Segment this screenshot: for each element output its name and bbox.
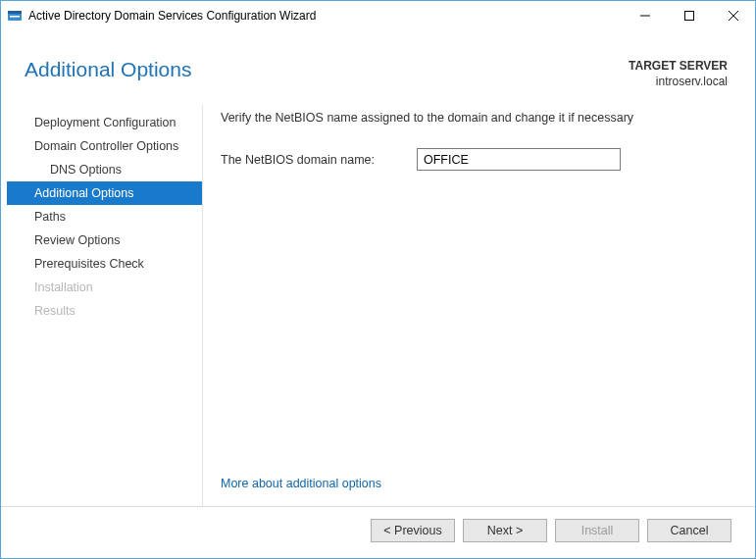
previous-button[interactable]: < Previous (371, 519, 455, 542)
close-button[interactable] (711, 1, 755, 30)
install-button: Install (555, 519, 639, 542)
footer: < Previous Next > Install Cancel (1, 506, 755, 558)
page-title: Additional Options (25, 58, 191, 81)
body: Deployment Configuration Domain Controll… (1, 99, 755, 506)
header: Additional Options TARGET SERVER introse… (1, 30, 755, 99)
sidebar-item-prerequisites-check[interactable]: Prerequisites Check (7, 252, 202, 276)
wizard-window: Active Directory Domain Services Configu… (0, 0, 756, 559)
sidebar-item-domain-controller-options[interactable]: Domain Controller Options (7, 134, 202, 158)
window-controls (623, 1, 755, 30)
main-content: Verify the NetBIOS name assigned to the … (203, 105, 743, 506)
minimize-button[interactable] (623, 1, 667, 30)
more-about-link[interactable]: More about additional options (221, 467, 733, 506)
sidebar-item-dns-options[interactable]: DNS Options (7, 158, 202, 181)
target-server-box: TARGET SERVER introserv.local (629, 58, 728, 89)
spacer (221, 171, 733, 467)
sidebar-item-review-options[interactable]: Review Options (7, 229, 202, 252)
svg-rect-4 (684, 12, 693, 21)
window-title-text: Active Directory Domain Services Configu… (28, 9, 316, 23)
sidebar-item-installation: Installation (7, 276, 202, 299)
netbios-input[interactable] (417, 148, 621, 171)
sidebar-item-paths[interactable]: Paths (7, 205, 202, 229)
netbios-label: The NetBIOS domain name: (221, 153, 407, 167)
svg-rect-1 (8, 11, 22, 14)
maximize-button[interactable] (667, 1, 711, 30)
target-server-label: TARGET SERVER (629, 58, 728, 74)
sidebar: Deployment Configuration Domain Controll… (7, 105, 203, 506)
svg-rect-2 (10, 16, 20, 18)
sidebar-item-additional-options[interactable]: Additional Options (7, 181, 202, 205)
target-server-value: introserv.local (629, 74, 728, 89)
titlebar: Active Directory Domain Services Configu… (1, 1, 755, 30)
titlebar-title: Active Directory Domain Services Configu… (7, 8, 623, 24)
sidebar-item-deployment-configuration[interactable]: Deployment Configuration (7, 111, 202, 134)
app-icon (7, 8, 23, 24)
next-button[interactable]: Next > (463, 519, 547, 542)
netbios-row: The NetBIOS domain name: (221, 148, 733, 171)
sidebar-item-results: Results (7, 299, 202, 323)
instruction-text: Verify the NetBIOS name assigned to the … (221, 111, 733, 125)
cancel-button[interactable]: Cancel (647, 519, 731, 542)
